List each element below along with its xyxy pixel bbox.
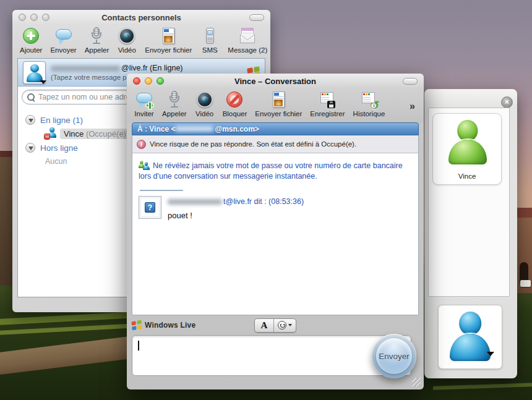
- microphone-icon: [87, 26, 106, 46]
- avatar-placeholder: ?: [139, 196, 161, 219]
- camera-lens-icon: [195, 90, 215, 109]
- windows-flag-icon: [131, 320, 142, 331]
- file-photo-icon: [158, 26, 178, 46]
- send-button[interactable]: Envoyer: [372, 334, 416, 378]
- save-conversation-button[interactable]: Enregistrer: [310, 90, 345, 117]
- contact-name: Vince: [64, 129, 84, 138]
- font-format-button[interactable]: A: [255, 319, 274, 332]
- block-button[interactable]: Bloquer: [223, 90, 247, 117]
- security-notice: Ne révélez jamais votre mot de passe ou …: [139, 161, 416, 182]
- message-history-area[interactable]: Ne révélez jamais votre mot de passe ou …: [132, 153, 419, 315]
- history-button[interactable]: ↺ Historique: [353, 90, 385, 117]
- self-display-picture-card[interactable]: [438, 305, 502, 369]
- background-building-left: [0, 157, 14, 286]
- buddy-avatar-icon: [27, 64, 43, 82]
- format-button-group: A: [254, 318, 296, 333]
- block-icon: [225, 90, 244, 109]
- contact-display-name: Vince: [433, 172, 501, 180]
- status-warning-bar: i Vince risque de ne pas répondre. Son é…: [132, 135, 419, 153]
- contact-status: (Occupé(e)): [86, 129, 129, 138]
- info-icon: i: [137, 140, 146, 149]
- invite-button[interactable]: Inviter: [134, 90, 154, 117]
- message-input[interactable]: [132, 335, 411, 376]
- disclosure-triangle-icon[interactable]: [25, 115, 35, 125]
- message-text: pouet !: [168, 211, 304, 220]
- window-title: Contacts personnels: [12, 13, 270, 22]
- conversation-content: À : Vince <@msn.com> i Vince risque de n…: [132, 122, 419, 315]
- message-divider: [140, 190, 183, 191]
- disclosure-triangle-icon[interactable]: [25, 143, 35, 153]
- grass-stripe: [433, 383, 532, 390]
- avatar-menu-caret-icon: [40, 80, 46, 84]
- send-message-button[interactable]: Envoyer: [50, 26, 76, 54]
- save-floppy-icon: [317, 90, 337, 109]
- background-van: [520, 280, 531, 287]
- search-icon: [27, 93, 35, 101]
- picture-menu-caret-icon: [487, 352, 494, 356]
- send-file-button[interactable]: Envoyer fichier: [255, 90, 302, 117]
- chat-bubble-add-icon: [134, 90, 154, 109]
- contacts-toolbar: Ajouter Envoyer Appeler Vidéo Envoyer fi…: [12, 25, 270, 54]
- display-picture-list: Vince: [428, 108, 510, 297]
- recipient-bar: À : Vince <@msn.com>: [132, 122, 419, 135]
- redacted-email: [175, 126, 213, 132]
- video-button[interactable]: Vidéo: [195, 90, 215, 117]
- smiley-icon: [278, 321, 286, 330]
- buddy-avatar-green-icon: [448, 120, 487, 164]
- add-icon: [21, 26, 41, 46]
- resize-grip[interactable]: [412, 378, 421, 386]
- dropdown-caret-icon: [288, 324, 292, 326]
- toolbar-toggle-pill[interactable]: [249, 14, 264, 21]
- video-button[interactable]: Vidéo: [117, 26, 137, 54]
- message-inbox-button[interactable]: Message (2): [228, 26, 267, 54]
- envelope-icon: [238, 26, 257, 46]
- call-button[interactable]: Appeler: [85, 26, 109, 54]
- window-title: Vince – Conversation: [127, 77, 424, 86]
- text-caret: [138, 341, 139, 351]
- conversation-titlebar: Vince – Conversation: [127, 74, 424, 88]
- panel-close-button[interactable]: ×: [501, 96, 513, 108]
- microphone-icon: [165, 90, 184, 109]
- windows-live-branding: Windows Live: [132, 321, 195, 330]
- display-picture-panel: × Vince: [424, 89, 517, 378]
- contact-display-picture-card[interactable]: Vince: [432, 113, 502, 185]
- history-clock-icon: ↺: [359, 90, 379, 109]
- toolbar-toggle-pill[interactable]: [403, 78, 418, 85]
- mobile-phone-icon: [200, 26, 220, 46]
- status-busy-icon: [44, 127, 56, 140]
- camera-lens-icon: [117, 26, 137, 46]
- buddy-avatar-blue-icon: [450, 312, 491, 361]
- redacted-name: [51, 66, 120, 72]
- file-photo-icon: [268, 90, 288, 109]
- send-file-button[interactable]: Envoyer fichier: [145, 26, 192, 54]
- message-sender: t@live.fr dit : (08:53:36): [168, 197, 304, 206]
- call-button[interactable]: Appeler: [162, 90, 187, 117]
- msn-buddies-icon: [139, 161, 150, 170]
- redacted-name: [168, 199, 222, 205]
- format-strip: Windows Live A: [132, 315, 419, 335]
- toolbar-overflow-button[interactable]: »: [408, 101, 416, 112]
- status-warning-text: Vince risque de ne pas répondre. Son éta…: [150, 140, 356, 148]
- chat-bubble-icon: [54, 26, 74, 46]
- contacts-titlebar: Contacts personnels: [12, 10, 270, 25]
- question-mark-icon: ?: [145, 202, 155, 213]
- sms-button[interactable]: SMS: [200, 26, 220, 54]
- conversation-toolbar: Inviter Appeler Vidéo Bloquer Envoyer fi…: [127, 88, 424, 122]
- self-avatar[interactable]: [23, 61, 46, 84]
- emoticon-button[interactable]: [274, 319, 296, 332]
- self-identity: @live.fr (En ligne): [51, 64, 242, 72]
- add-contact-button[interactable]: Ajouter: [20, 26, 42, 54]
- conversation-window: Vince – Conversation Inviter Appeler Vid…: [127, 74, 424, 389]
- chat-message: ? t@live.fr dit : (08:53:36) pouet !: [139, 196, 412, 220]
